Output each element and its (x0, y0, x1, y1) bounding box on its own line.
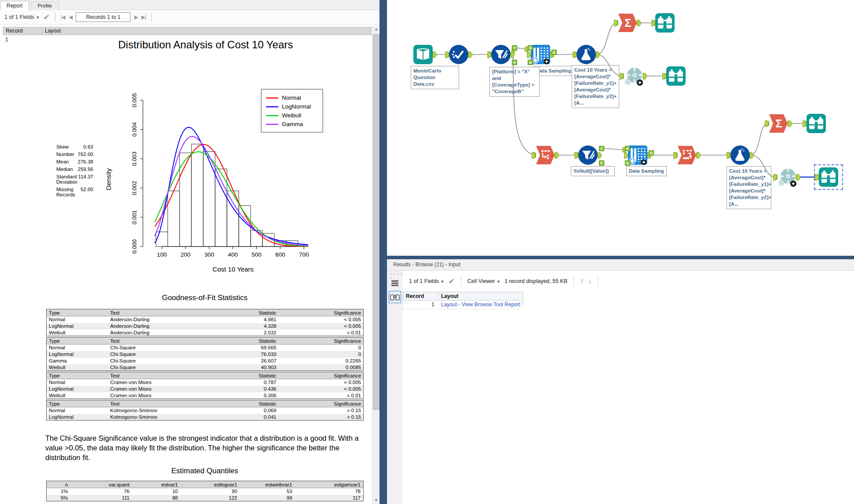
input-port[interactable] (532, 152, 536, 160)
input-port[interactable] (620, 73, 624, 81)
output-port[interactable] (637, 20, 642, 28)
data-sampling-tool-2[interactable] (628, 145, 648, 165)
apply-check-icon[interactable]: ✔ (44, 13, 50, 22)
macro-tool-2[interactable]: R (777, 167, 797, 187)
output-port[interactable] (433, 51, 437, 60)
browse-view-button[interactable] (389, 291, 401, 303)
crosstab-tool[interactable] (677, 145, 697, 165)
report-tabstrip: Report Profile (0, 0, 380, 10)
workflow-canvas[interactable]: MonteCarlo Question Data.csvData Samplin… (387, 0, 854, 256)
svg-text:Skew: Skew (56, 144, 69, 149)
metadata-view-button[interactable] (389, 277, 401, 289)
input-port[interactable] (673, 152, 678, 160)
port-label-f[interactable]: F (512, 60, 517, 65)
svg-text:0.63: 0.63 (84, 144, 93, 149)
input-port[interactable] (574, 152, 579, 160)
output-port[interactable] (468, 51, 473, 60)
input-port[interactable] (662, 73, 667, 81)
output-port[interactable] (750, 152, 754, 160)
input-port[interactable] (527, 51, 531, 60)
gof-row: NormalChi-Square69.5650 (47, 344, 364, 351)
column-header-layout[interactable]: Layout (42, 27, 372, 35)
input-data-tool[interactable] (413, 44, 433, 65)
input-port[interactable] (614, 20, 618, 28)
svg-text:200: 200 (181, 251, 191, 258)
port-label-t[interactable]: T (512, 45, 517, 51)
output-port[interactable] (596, 51, 600, 60)
macro-tool-1[interactable]: R (623, 66, 643, 86)
transpose-tool[interactable] (535, 145, 555, 165)
layout-link[interactable]: Layout - View Browse Tool Report Tab (438, 301, 523, 309)
fields-dropdown[interactable]: 1 of 1 Fields ▼ (4, 14, 40, 20)
results-fields-dropdown[interactable]: 1 of 1 Fields ▼ (409, 278, 445, 284)
record-number: 1 (5, 36, 8, 43)
results-column-record[interactable]: Record (403, 292, 438, 300)
arrow-up-icon[interactable]: ↑ (580, 277, 584, 286)
port-label-d[interactable]: D (551, 50, 557, 55)
last-record-button[interactable]: ▶| (142, 14, 146, 20)
input-port[interactable] (445, 51, 449, 60)
input-port[interactable] (651, 20, 656, 28)
formula-tool-2[interactable] (730, 145, 750, 165)
input-port[interactable] (765, 120, 769, 129)
browse-tool-2[interactable] (666, 66, 686, 86)
results-row[interactable]: 1 Layout - View Browse Tool Report Tab (403, 301, 523, 309)
column-header-record[interactable]: Record (3, 27, 42, 35)
distribution-chart: 0.0000.0010.0020.0030.0040.0051002003004… (44, 74, 343, 280)
svg-text:R: R (627, 80, 629, 84)
svg-text:Missing: Missing (56, 187, 73, 192)
records-range-box[interactable]: Records 1 to 1 (76, 12, 131, 22)
input-port[interactable] (624, 152, 628, 160)
summarize-tool-1[interactable]: Σ (617, 13, 638, 33)
scroll-down-icon[interactable]: ▼ (372, 497, 380, 504)
gof-row: WeibullAnderson-Darling2.032< 0.01 (47, 330, 364, 336)
results-column-layout[interactable]: Layout (438, 292, 523, 300)
svg-text:400: 400 (228, 251, 238, 258)
browse-tool-3[interactable] (806, 113, 826, 134)
scroll-up-icon[interactable]: ▲ (372, 25, 380, 33)
output-port[interactable] (796, 174, 801, 182)
filter-tool-2[interactable] (578, 145, 598, 165)
apply-check-icon[interactable]: ✔ (449, 277, 455, 286)
results-titlebar[interactable]: Results - Browse (21) - Input (387, 259, 854, 271)
output-port[interactable] (511, 51, 515, 60)
auto-field-tool[interactable] (449, 44, 469, 65)
svg-text:0.000: 0.000 (131, 239, 138, 254)
scrollbar-thumb[interactable] (373, 34, 380, 410)
input-port[interactable] (803, 120, 807, 129)
input-port[interactable] (573, 51, 577, 60)
input-port[interactable] (487, 51, 492, 60)
results-panel: Results - Browse (21) - Input • • • • • … (387, 259, 854, 504)
next-record-button[interactable]: ▶ (134, 14, 138, 20)
input-port[interactable] (726, 152, 731, 160)
svg-text:Weibull: Weibull (282, 112, 301, 119)
input-port[interactable] (773, 174, 777, 182)
tab-profile[interactable]: Profile (31, 1, 58, 10)
arrow-down-icon[interactable]: ↓ (588, 277, 592, 286)
gof-row: LogNormalChi-Square76.0330 (47, 351, 364, 358)
input-port[interactable] (815, 174, 819, 182)
output-port[interactable] (555, 152, 559, 160)
output-port[interactable] (643, 73, 647, 81)
summarize-tool-2[interactable]: Σ (768, 113, 788, 134)
report-scrollbar[interactable]: ▲ ▼ (372, 25, 380, 504)
output-port[interactable] (697, 152, 701, 160)
cell-viewer-dropdown[interactable]: Cell Viewer ▼ (467, 278, 500, 284)
port-label-s[interactable]: S (528, 60, 533, 65)
port-label-t[interactable]: T (599, 146, 604, 151)
output-port[interactable] (598, 152, 602, 160)
report-title: Distribution Analysis of Cost 10 Years (42, 39, 369, 51)
browse-tool-1[interactable] (655, 13, 675, 33)
port-label-d[interactable]: D (528, 45, 533, 51)
port-label-d[interactable]: D (625, 146, 630, 151)
first-record-button[interactable]: |◀ (61, 14, 65, 20)
formula-tool-1[interactable] (576, 44, 596, 65)
data-sampling-tool-1[interactable] (530, 44, 551, 65)
filter-tool-1[interactable] (491, 44, 511, 65)
port-label-s[interactable]: S (625, 160, 630, 166)
previous-record-button[interactable]: ◀ (69, 14, 72, 20)
port-label-f[interactable]: F (599, 160, 604, 166)
tab-report[interactable]: Report (0, 1, 29, 11)
output-port[interactable] (788, 120, 792, 129)
port-label-d[interactable]: D (649, 150, 654, 156)
